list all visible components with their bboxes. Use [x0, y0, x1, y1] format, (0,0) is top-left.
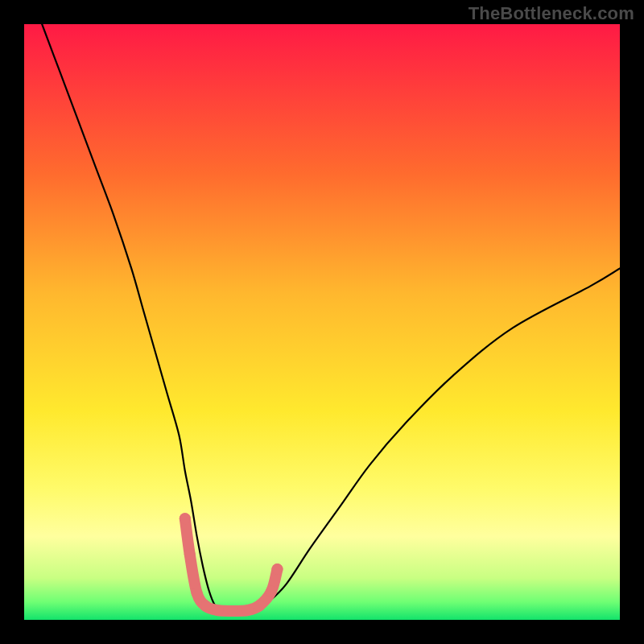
highlight-dot	[227, 605, 238, 617]
highlight-dot	[272, 564, 283, 575]
chart-frame: TheBottleneck.com	[0, 0, 644, 644]
highlight-dot	[242, 605, 254, 616]
watermark-text: TheBottleneck.com	[469, 3, 634, 24]
bottleneck-chart	[24, 24, 620, 620]
highlight-dot	[254, 600, 265, 611]
highlight-dot	[213, 605, 224, 616]
highlight-dot	[180, 513, 191, 524]
highlight-dot	[266, 585, 277, 597]
highlight-dot	[192, 588, 203, 599]
highlight-dot	[184, 549, 196, 560]
plot-area	[24, 24, 620, 620]
highlight-dot	[200, 601, 212, 612]
